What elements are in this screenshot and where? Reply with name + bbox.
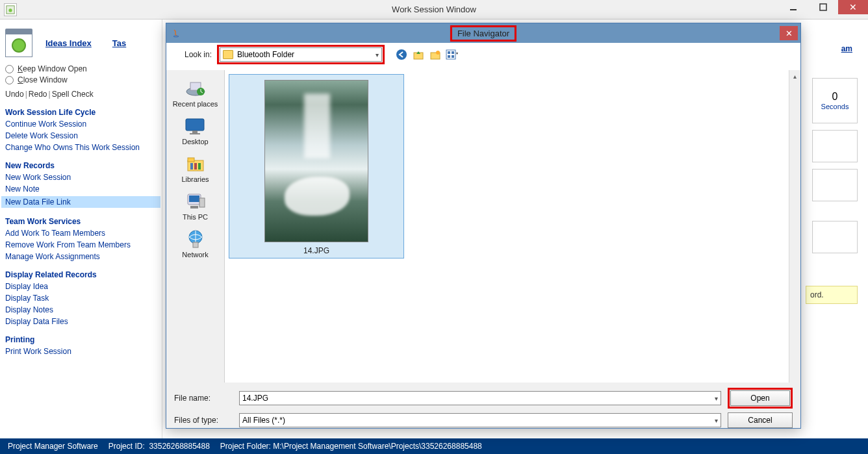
section-team: Team Work Services bbox=[5, 217, 157, 226]
section-display: Display Related Records bbox=[5, 270, 157, 279]
svg-rect-28 bbox=[199, 198, 205, 207]
tasks-link-fragment[interactable]: Tas bbox=[112, 38, 126, 48]
svg-rect-22 bbox=[190, 163, 193, 170]
svg-rect-17 bbox=[186, 119, 204, 131]
maximize-button[interactable] bbox=[808, 0, 838, 14]
seconds-label: Seconds bbox=[821, 103, 849, 110]
chevron-down-icon: ▾ bbox=[715, 417, 718, 424]
svg-rect-10 bbox=[448, 51, 450, 54]
print-work-session-link[interactable]: Print Work Session bbox=[5, 347, 157, 356]
sidebar: Ideas Index Tas Keep Window Open Close W… bbox=[0, 19, 162, 438]
filetype-label: Files of type: bbox=[174, 416, 233, 425]
main-titlebar: Work Session Window ✕ bbox=[0, 0, 868, 19]
new-note-link[interactable]: New Note bbox=[5, 184, 157, 194]
redo-link[interactable]: Redo bbox=[29, 90, 47, 99]
close-window-radio[interactable]: Close Window bbox=[5, 75, 157, 84]
display-data-files-link[interactable]: Display Data Files bbox=[5, 317, 157, 326]
java-icon bbox=[172, 29, 181, 38]
svg-rect-11 bbox=[452, 51, 454, 54]
back-icon[interactable] bbox=[395, 48, 408, 61]
status-app: Project Manager Software bbox=[8, 442, 98, 451]
svg-rect-18 bbox=[192, 131, 198, 133]
scrollbar[interactable]: ▴ bbox=[789, 70, 800, 383]
svg-rect-21 bbox=[188, 158, 194, 162]
svg-point-8 bbox=[436, 51, 440, 55]
dialog-titlebar[interactable]: File Navigator ✕ bbox=[166, 23, 800, 43]
lookin-dropdown[interactable]: Bluetooth Folder ▾ bbox=[220, 47, 382, 62]
places-bar: Recent places Desktop Libraries This PC … bbox=[166, 70, 225, 383]
svg-rect-2 bbox=[790, 9, 797, 10]
app-icon bbox=[4, 3, 17, 16]
thumbnail-label: 14.JPG bbox=[303, 246, 329, 255]
status-project-folder: Project Folder: M:\Project Management So… bbox=[220, 442, 482, 451]
delete-work-session-link[interactable]: Delete Work Session bbox=[5, 131, 157, 140]
svg-point-4 bbox=[173, 36, 179, 37]
status-bar: Project Manager Software Project ID: 335… bbox=[0, 438, 868, 454]
file-thumbnail-selected[interactable]: 14.JPG bbox=[229, 74, 404, 259]
new-work-session-link[interactable]: New Work Session bbox=[5, 173, 157, 182]
window-title: Work Session Window bbox=[392, 5, 476, 14]
place-this-pc[interactable]: This PC bbox=[180, 188, 211, 223]
new-data-file-link[interactable]: New Data File Link bbox=[1, 196, 160, 208]
scroll-up-icon[interactable]: ▴ bbox=[789, 70, 800, 82]
section-new-records: New Records bbox=[5, 161, 157, 170]
filetype-dropdown[interactable]: All Files (*.*) ▾ bbox=[239, 413, 721, 427]
place-libraries[interactable]: Libraries bbox=[179, 151, 211, 186]
lookin-highlight: Bluetooth Folder ▾ bbox=[217, 45, 385, 64]
svg-rect-19 bbox=[190, 133, 200, 134]
display-task-link[interactable]: Display Task bbox=[5, 294, 157, 303]
panel-box-3 bbox=[812, 169, 858, 201]
file-list[interactable]: 14.JPG ▴ bbox=[225, 70, 800, 383]
continue-work-session-link[interactable]: Continue Work Session bbox=[5, 120, 157, 129]
folder-icon bbox=[223, 50, 233, 59]
svg-rect-23 bbox=[194, 163, 197, 170]
minimize-button[interactable] bbox=[778, 0, 808, 14]
chevron-down-icon: ▾ bbox=[715, 395, 718, 402]
note-fragment: ord. bbox=[806, 286, 858, 304]
add-work-team-link[interactable]: Add Work To Team Members bbox=[5, 229, 157, 238]
dialog-title: File Navigator bbox=[457, 29, 509, 38]
place-desktop[interactable]: Desktop bbox=[179, 113, 211, 148]
undo-link[interactable]: Undo bbox=[5, 90, 24, 99]
svg-rect-30 bbox=[193, 242, 198, 247]
svg-rect-3 bbox=[820, 4, 826, 10]
view-mode-icon[interactable] bbox=[446, 48, 459, 61]
open-button-highlight: Open bbox=[728, 388, 793, 409]
filename-input[interactable]: 14.JPG ▾ bbox=[239, 391, 721, 405]
change-owner-link[interactable]: Change Who Owns This Work Session bbox=[5, 143, 157, 152]
svg-rect-26 bbox=[189, 195, 199, 202]
filename-label: File name: bbox=[174, 394, 233, 403]
spellcheck-link[interactable]: Spell Check bbox=[52, 90, 94, 99]
display-idea-link[interactable]: Display Idea bbox=[5, 282, 157, 291]
place-recent[interactable]: Recent places bbox=[170, 75, 221, 110]
keep-window-open-radio[interactable]: Keep Window Open bbox=[5, 64, 157, 73]
panel-box-2 bbox=[812, 130, 858, 162]
svg-rect-12 bbox=[448, 55, 450, 58]
svg-rect-24 bbox=[198, 163, 201, 170]
svg-point-1 bbox=[8, 8, 12, 12]
panel-box-4 bbox=[812, 221, 858, 253]
lookin-value: Bluetooth Folder bbox=[237, 50, 294, 59]
open-button[interactable]: Open bbox=[730, 390, 790, 406]
calendar-clock-icon bbox=[5, 29, 32, 57]
place-network[interactable]: Network bbox=[179, 226, 211, 261]
seconds-panel: 0 Seconds bbox=[812, 78, 858, 123]
status-project-id: Project ID: 33526268885488 bbox=[108, 442, 210, 451]
am-link-fragment[interactable]: am bbox=[841, 44, 852, 53]
svg-rect-13 bbox=[452, 55, 454, 58]
undo-redo-spell: Undo|Redo|Spell Check bbox=[5, 90, 157, 99]
ideas-index-link[interactable]: Ideas Index bbox=[45, 38, 92, 48]
remove-work-team-link[interactable]: Remove Work From Team Members bbox=[5, 240, 157, 249]
file-navigator-dialog: File Navigator ✕ .dtitle-wrap{position:a… bbox=[166, 23, 801, 429]
display-notes-link[interactable]: Display Notes bbox=[5, 305, 157, 314]
close-button[interactable]: ✕ bbox=[838, 0, 868, 14]
svg-point-5 bbox=[396, 49, 407, 60]
dialog-close-button[interactable]: ✕ bbox=[780, 26, 798, 40]
manage-assignments-link[interactable]: Manage Work Assignments bbox=[5, 252, 157, 261]
new-folder-icon[interactable] bbox=[429, 48, 442, 61]
up-folder-icon[interactable] bbox=[412, 48, 425, 61]
cancel-button[interactable]: Cancel bbox=[728, 412, 793, 428]
svg-rect-27 bbox=[190, 206, 198, 208]
section-lifecycle: Work Session Life Cycle bbox=[5, 108, 157, 117]
lookin-label: Look in: bbox=[173, 50, 212, 59]
